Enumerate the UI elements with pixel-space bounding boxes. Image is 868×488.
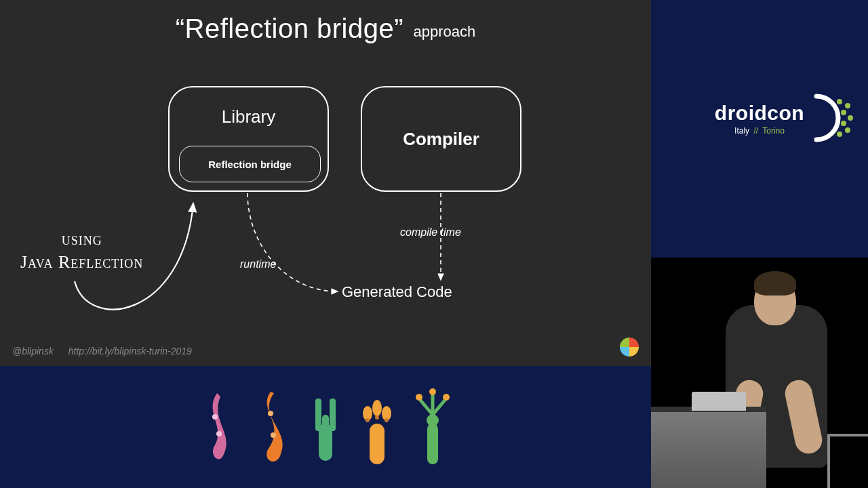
compiler-label: Compiler — [403, 129, 479, 150]
podium — [651, 407, 766, 488]
library-label: Library — [170, 106, 328, 127]
svg-point-1 — [216, 431, 222, 436]
tentacle-pink-icon — [200, 386, 234, 468]
svg-point-22 — [427, 414, 439, 426]
droidcon-word: droidcon — [685, 102, 834, 125]
speaker-video-inset — [651, 258, 868, 488]
svg-point-27 — [841, 121, 846, 126]
loc-italy: Italy — [734, 126, 749, 136]
presentation-slide: “Reflection bridge” approach Library Ref… — [0, 0, 651, 366]
svg-point-28 — [845, 127, 850, 133]
reflection-bridge-label: Reflection bridge — [208, 159, 292, 170]
droidcon-bracket-icon — [812, 92, 853, 144]
loc-sep: // — [753, 126, 758, 136]
stage: “Reflection bridge” approach Library Ref… — [0, 0, 868, 488]
svg-point-23 — [837, 99, 842, 104]
generated-code-label: Generated Code — [342, 283, 452, 301]
compile-time-label: compile time — [400, 226, 461, 239]
droidcon-logo: droidcon Italy // Torino — [685, 102, 834, 136]
rock-hand-green-icon — [307, 386, 341, 468]
slide-title-sub: approach — [414, 23, 476, 40]
svg-rect-15 — [427, 424, 438, 464]
svg-rect-6 — [330, 399, 336, 431]
svg-point-19 — [416, 394, 422, 401]
svg-point-0 — [212, 414, 218, 420]
svg-point-12 — [366, 418, 370, 422]
handwritten-line2: Java Reflection — [20, 251, 143, 274]
slide-corner-logo-icon — [620, 338, 639, 357]
handwritten-line1: using — [20, 228, 143, 251]
reflection-bridge-inner-box: Reflection bridge — [179, 146, 321, 182]
compiler-box: Compiler — [361, 86, 521, 192]
laptop — [692, 392, 746, 411]
alien-hand-green-icon — [411, 386, 452, 468]
footer-handle: @blipinsk — [12, 346, 54, 357]
svg-point-20 — [429, 388, 436, 395]
runtime-label: runtime — [240, 258, 276, 270]
speaker-hair — [754, 271, 796, 296]
svg-rect-5 — [315, 399, 321, 431]
svg-rect-7 — [322, 415, 329, 430]
paw-orange-icon — [357, 386, 395, 468]
tentacle-orange-icon — [250, 386, 291, 468]
svg-line-16 — [419, 399, 433, 415]
svg-point-2 — [268, 411, 273, 416]
svg-point-26 — [848, 115, 853, 121]
loc-torino: Torino — [762, 126, 785, 136]
svg-line-18 — [433, 399, 446, 415]
svg-point-29 — [837, 131, 842, 137]
svg-point-25 — [841, 110, 846, 115]
svg-rect-8 — [370, 424, 384, 464]
slide-footer: @blipinsk http://bit.ly/blipinsk-turin-2… — [12, 346, 192, 357]
decorative-hands-strip — [0, 366, 651, 488]
stage-rail — [827, 434, 868, 488]
svg-point-24 — [845, 103, 850, 108]
slide-title-main: “Reflection bridge” — [176, 14, 403, 43]
slide-title-row: “Reflection bridge” approach — [0, 14, 651, 44]
library-box: Library Reflection bridge — [168, 86, 329, 192]
droidcon-location: Italy // Torino — [685, 126, 834, 136]
footer-link: http://bit.ly/blipinsk-turin-2019 — [68, 346, 192, 357]
svg-point-13 — [375, 415, 379, 420]
svg-point-3 — [271, 432, 276, 438]
handwritten-annotation: using Java Reflection — [20, 228, 143, 274]
diagram-arrows — [0, 0, 651, 366]
svg-point-14 — [384, 418, 389, 422]
svg-point-10 — [372, 400, 382, 416]
svg-point-21 — [443, 394, 450, 401]
